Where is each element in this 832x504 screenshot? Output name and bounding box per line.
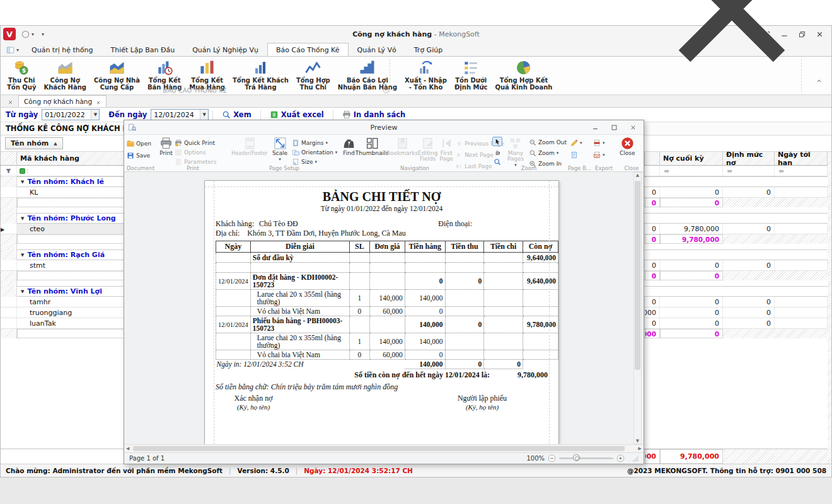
close-preview-button[interactable]: Close <box>620 137 635 156</box>
filter-cell[interactable]: : <box>17 166 124 176</box>
editing-fields-icon <box>421 137 434 150</box>
zoom-button[interactable]: Zoom▾ <box>529 149 567 158</box>
view-button[interactable]: Xem <box>217 110 256 119</box>
print-list-button[interactable]: In danh sách <box>337 110 410 119</box>
from-date-value: 01/01/2022 <box>42 111 91 119</box>
preview-horizontal-scrollbar[interactable]: ◀ ▶ <box>124 444 644 452</box>
scale-icon <box>274 137 287 150</box>
filter-operator[interactable]: = <box>723 166 775 176</box>
pointer-tool-button[interactable] <box>492 137 502 146</box>
page-color-button[interactable] <box>570 151 582 159</box>
ribbon-button-t-n-d-i-nh-m-c[interactable]: Tồn DướiĐịnh Mức <box>451 59 492 91</box>
amount-in-words: Số tiền bằng chữ: Chín triệu bảy trăm tá… <box>216 382 548 392</box>
margins-button[interactable]: Margins▾ <box>292 139 337 147</box>
report-customer-line: Khách hàng: Chú Tèo ĐĐ Điện thoại: <box>216 219 548 229</box>
next-page-icon <box>455 151 463 159</box>
qat-customize-icon[interactable]: ▾ <box>42 32 44 37</box>
scroll-left-icon[interactable]: ◀ <box>126 446 129 451</box>
app-menu-button[interactable]: ▾ <box>1 46 23 56</box>
detail-row: Vỏ chai bia Việt Nam060,0000 <box>216 307 558 316</box>
scroll-down-icon[interactable]: ▼ <box>636 438 639 444</box>
ribbon-button-xu-t-nh-p-t-n-kho[interactable]: Xuất - Nhập- Tồn Kho <box>401 59 451 91</box>
column-header-ma-khach-hang[interactable]: Mã khách hàng <box>17 152 124 166</box>
send-email-button[interactable]: ▾ <box>593 151 605 159</box>
scrollbar-thumb[interactable] <box>635 181 640 370</box>
preview-minimize-button[interactable] <box>587 122 603 133</box>
save-button[interactable]: Save <box>127 151 151 160</box>
thumbnails-icon <box>366 137 379 150</box>
ribbon-tab-quản-lý-nghiệp-vụ[interactable]: Quản Lý Nghiệp Vụ <box>183 43 267 56</box>
header-footer-button[interactable]: Header/Footer <box>231 137 268 156</box>
column-header-dinh-muc-no[interactable]: Định mức nợ <box>723 152 775 166</box>
scroll-up-icon[interactable]: ▲ <box>636 173 639 178</box>
filter-operator[interactable]: = <box>660 166 723 176</box>
quick-print-button[interactable]: Quick Print <box>175 139 217 147</box>
dialog-launcher-icon[interactable] <box>383 87 390 94</box>
zoom-out-icon <box>529 139 536 146</box>
list-col-icon <box>463 59 480 76</box>
scrollbar-thumb[interactable] <box>133 446 625 451</box>
chevron-down-icon[interactable]: ▼ <box>200 110 208 120</box>
chevron-down-icon[interactable]: ▼ <box>91 110 99 120</box>
welcome-text: Chào mừng: Administrator đến với phần mề… <box>6 467 222 474</box>
first-page-button[interactable]: First Page <box>439 137 453 162</box>
resize-grip[interactable] <box>632 455 638 462</box>
preview-maximize-button[interactable] <box>606 122 622 133</box>
group-by-chip[interactable]: Tên nhóm▲ <box>5 137 63 149</box>
orientation-button[interactable]: Orientation▾ <box>292 148 337 157</box>
page-indicator: Page 1 of 1 <box>129 455 165 462</box>
to-date-input[interactable]: 12/01/2024 ▼ <box>151 109 209 120</box>
watermark-button[interactable]: ▾ <box>570 139 582 147</box>
quick-access-toolbar[interactable]: ▾ ▾ <box>21 30 44 39</box>
hand-tool-button[interactable] <box>492 147 502 156</box>
find-button[interactable]: Find <box>342 137 355 156</box>
printed-date: Ngày in: 12/01/2024 3:52 CH <box>216 360 405 369</box>
report-address-line: Địa chỉ: Khóm 3, TT Đầm Dơi, Huyện Phước… <box>216 229 548 238</box>
many-pages-icon <box>509 137 522 150</box>
column-totals-row: Ngày in: 12/01/2024 3:52 CH140,00000 <box>216 360 558 369</box>
preview-vertical-scrollbar[interactable]: ▲ ▼ <box>633 172 642 444</box>
ribbon-tab-quản-lý-vỏ[interactable]: Quản Lý Vỏ <box>349 43 405 56</box>
ribbon-tab-trợ-giúp[interactable]: Trợ Giúp <box>405 43 451 56</box>
scroll-right-icon[interactable]: ▶ <box>638 446 642 451</box>
zoom-out-button[interactable]: Zoom Out <box>529 138 567 147</box>
options-button[interactable]: Options <box>175 148 217 157</box>
bookmarks-button[interactable]: Bookmarks <box>388 137 416 156</box>
tab-cong-no-khach-hang[interactable]: Công nợ khách hàng <box>18 95 107 107</box>
preview-close-button[interactable] <box>625 122 641 133</box>
editing-fields-button[interactable]: Editing Fields <box>418 137 437 162</box>
tab-close-icon[interactable] <box>96 99 101 104</box>
excel-icon <box>270 110 279 119</box>
close-all-tabs-button[interactable] <box>4 96 16 106</box>
tabstrip-close-button[interactable] <box>637 0 826 105</box>
chevron-down-icon[interactable]: ▾ <box>32 32 34 37</box>
filter-icon <box>5 168 12 175</box>
export-excel-button[interactable]: Xuất excel <box>265 110 329 119</box>
filter-operator[interactable]: = <box>775 166 828 176</box>
zoom-out-button[interactable] <box>548 454 556 462</box>
opening-balance-row: Số dư đầu kỳ9,640,000 <box>216 253 558 263</box>
ribbon-button-t-ng-h-p-k-t-qu-kinh-doanh[interactable]: Tổng Hợp KếtQuả Kinh Doanh <box>492 59 557 91</box>
column-header-no-cuoi-ky[interactable]: Nợ cuối kỳ <box>660 152 723 166</box>
print-button[interactable]: Print <box>159 137 173 156</box>
thumbnails-button[interactable]: Thumbnails <box>357 137 386 156</box>
zoom-slider-thumb[interactable] <box>573 454 580 461</box>
scale-button[interactable]: Scale▾ <box>270 137 290 163</box>
zoom-in-button[interactable] <box>616 454 625 462</box>
options-icon <box>175 149 182 156</box>
column-header-ngay-toi-han[interactable]: Ngày tới hạn <box>775 152 828 166</box>
export-document-button[interactable]: ▾ <box>593 139 605 147</box>
collapse-icon[interactable]: ▼ <box>21 289 24 294</box>
collapse-icon[interactable]: ▼ <box>21 180 24 185</box>
zoom-level: 100% <box>526 455 545 462</box>
ribbon-tab-quản-trị-hệ-thống[interactable]: Quản trị hệ thống <box>23 43 101 56</box>
ribbon-tab-thiết-lập-ban-đầu[interactable]: Thiết Lập Ban Đầu <box>101 43 183 56</box>
from-date-input[interactable]: 01/01/2022 ▼ <box>42 109 100 120</box>
ribbon-tab-báo-cáo-thống-kê[interactable]: Báo Cáo Thống Kê <box>267 43 348 56</box>
open-button[interactable]: Open <box>127 139 151 148</box>
collapse-icon[interactable]: ▼ <box>21 253 24 258</box>
many-pages-button[interactable]: Many Pages▾ <box>504 137 527 168</box>
zoom-slider[interactable] <box>559 457 613 459</box>
collapse-icon[interactable]: ▼ <box>21 216 24 221</box>
quick-access-icon[interactable] <box>21 30 30 39</box>
